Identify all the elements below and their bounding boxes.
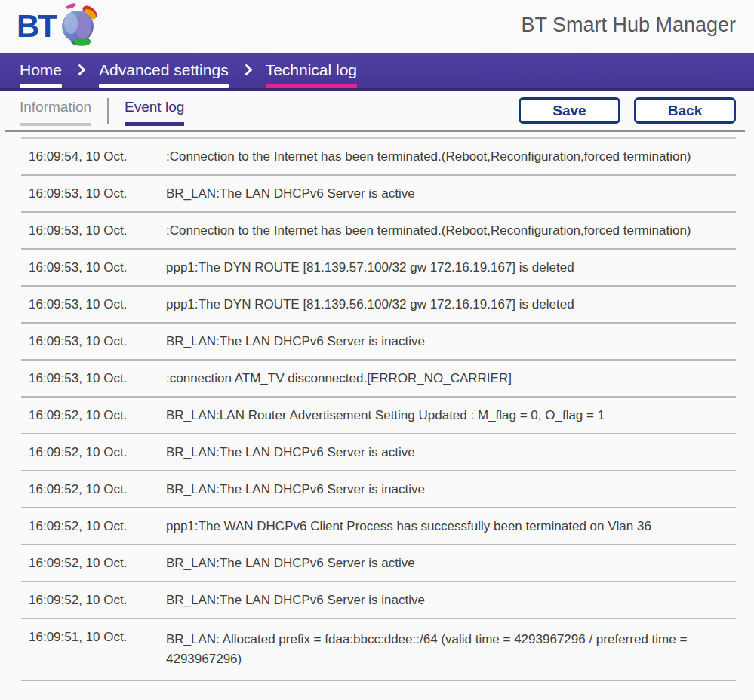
log-time: 16:09:53, 10 Oct. xyxy=(21,297,166,312)
log-row: 16:09:53, 10 Oct. :connection ATM_TV dis… xyxy=(21,361,736,398)
log-time: 16:09:54, 10 Oct. xyxy=(21,149,166,164)
breadcrumb-home-underline xyxy=(20,84,62,88)
log-row: 16:09:53, 10 Oct. BR_LAN:The LAN DHCPv6 … xyxy=(21,324,736,361)
log-time: 16:09:51, 10 Oct. xyxy=(21,630,166,645)
save-button[interactable]: Save xyxy=(519,97,620,124)
back-button[interactable]: Back xyxy=(634,97,736,124)
log-row: 16:09:53, 10 Oct. ppp1:The DYN ROUTE [81… xyxy=(21,250,736,287)
bt-logo: BT xyxy=(17,0,101,47)
log-row: 16:09:52, 10 Oct. BR_LAN:The LAN DHCPv6 … xyxy=(21,471,736,508)
tab-divider xyxy=(107,98,109,124)
breadcrumb-chevron-icon xyxy=(74,64,86,76)
breadcrumb-advanced-settings-label: Advanced settings xyxy=(99,61,229,79)
log-row: 16:09:52, 10 Oct. BR_LAN:The LAN DHCPv6 … xyxy=(21,545,736,582)
event-log-table: 16:09:54, 10 Oct. :Connection to the Int… xyxy=(21,139,736,681)
log-row: 16:09:54, 10 Oct. :Connection to the Int… xyxy=(21,139,736,176)
log-message: BR_LAN:The LAN DHCPv6 Server is active xyxy=(166,554,736,573)
header: BT BT Smart Hub M xyxy=(0,0,754,53)
action-buttons: Save Back xyxy=(519,97,736,124)
log-time: 16:09:53, 10 Oct. xyxy=(21,371,166,386)
log-message: ppp1:The WAN DHCPv6 Client Process has s… xyxy=(166,517,736,536)
log-row: 16:09:52, 10 Oct. BR_LAN:The LAN DHCPv6 … xyxy=(21,434,736,471)
tab-event-log-underline xyxy=(125,122,184,126)
breadcrumb-advanced-settings-underline xyxy=(99,84,229,88)
tab-information[interactable]: Information xyxy=(20,98,91,126)
tab-event-log[interactable]: Event log xyxy=(125,98,184,126)
log-time: 16:09:52, 10 Oct. xyxy=(21,408,166,423)
log-time: 16:09:52, 10 Oct. xyxy=(21,445,166,460)
tab-information-label: Information xyxy=(20,98,91,115)
log-time: 16:09:52, 10 Oct. xyxy=(21,593,166,608)
breadcrumb-chevron-icon xyxy=(240,64,252,76)
log-message: BR_LAN: Allocated prefix = fdaa:bbcc:dde… xyxy=(166,630,736,669)
log-time: 16:09:52, 10 Oct. xyxy=(21,519,166,534)
breadcrumb-home-label: Home xyxy=(20,61,62,79)
breadcrumb-technical-log-underline xyxy=(266,84,357,88)
breadcrumb-technical-log-label: Technical log xyxy=(266,61,357,79)
log-time: 16:09:52, 10 Oct. xyxy=(21,556,166,571)
tab-event-log-label: Event log xyxy=(125,98,184,115)
log-message: ppp1:The DYN ROUTE [81.139.56.100/32 gw … xyxy=(166,295,736,315)
log-row: 16:09:52, 10 Oct. BR_LAN:The LAN DHCPv6 … xyxy=(21,582,736,619)
log-time: 16:09:53, 10 Oct. xyxy=(21,260,166,275)
breadcrumb-advanced-settings[interactable]: Advanced settings xyxy=(99,61,229,88)
log-row: 16:09:53, 10 Oct. BR_LAN:The LAN DHCPv6 … xyxy=(21,176,736,213)
log-message: BR_LAN:The LAN DHCPv6 Server is active xyxy=(166,443,736,462)
breadcrumb-home[interactable]: Home xyxy=(20,61,62,88)
breadcrumb-technical-log[interactable]: Technical log xyxy=(266,61,357,88)
log-message: BR_LAN:The LAN DHCPv6 Server is inactive xyxy=(166,591,736,610)
bt-globe-icon xyxy=(57,2,101,47)
log-message: BR_LAN:The LAN DHCPv6 Server is active xyxy=(166,184,736,204)
log-message: :Connection to the Internet has been ter… xyxy=(166,221,736,241)
log-row: 16:09:53, 10 Oct. ppp1:The DYN ROUTE [81… xyxy=(21,287,736,324)
tab-information-underline xyxy=(20,123,91,126)
log-message: BR_LAN:The LAN DHCPv6 Server is inactive xyxy=(166,332,736,352)
bt-smart-hub-manager-page: BT BT Smart Hub M xyxy=(0,0,754,700)
log-message: :Connection to the Internet has been ter… xyxy=(166,147,736,167)
log-time: 16:09:53, 10 Oct. xyxy=(21,223,166,238)
log-row: 16:09:53, 10 Oct. :Connection to the Int… xyxy=(21,213,736,250)
log-time: 16:09:53, 10 Oct. xyxy=(21,186,166,201)
log-message: BR_LAN:LAN Router Advertisement Setting … xyxy=(166,406,736,425)
page-title: BT Smart Hub Manager xyxy=(521,14,736,37)
log-time: 16:09:52, 10 Oct. xyxy=(21,482,166,497)
log-row: 16:09:52, 10 Oct. ppp1:The WAN DHCPv6 Cl… xyxy=(21,508,736,545)
toolbar-divider xyxy=(5,130,745,132)
toolbar: Information Event log Save Back xyxy=(0,91,754,130)
tab-bar: Information Event log xyxy=(20,98,184,126)
log-time: 16:09:53, 10 Oct. xyxy=(21,334,166,349)
bt-logo-text: BT xyxy=(17,9,56,44)
log-message: BR_LAN:The LAN DHCPv6 Server is inactive xyxy=(166,480,736,499)
log-row: 16:09:52, 10 Oct. BR_LAN:LAN Router Adve… xyxy=(21,398,736,434)
breadcrumb: Home Advanced settings Technical log xyxy=(0,53,754,91)
log-message: :connection ATM_TV disconnected.[ERROR_N… xyxy=(166,369,736,388)
log-row: 16:09:51, 10 Oct. BR_LAN: Allocated pref… xyxy=(21,619,736,681)
log-message: ppp1:The DYN ROUTE [81.139.57.100/32 gw … xyxy=(166,258,736,278)
